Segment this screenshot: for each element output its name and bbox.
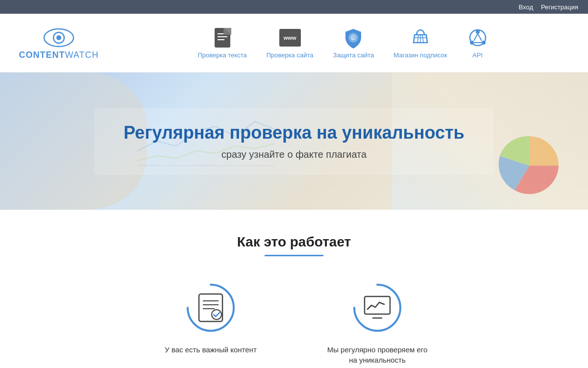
nav-protect-site[interactable]: © Защита сайта: [333, 27, 374, 59]
how-underline: [265, 255, 323, 256]
svg-point-18: [470, 41, 474, 45]
how-title: Как это работает: [10, 234, 578, 250]
svg-text:©: ©: [57, 36, 61, 41]
svg-line-13: [417, 35, 418, 43]
hero-content: Регулярная проверка на уникальность сраз…: [94, 108, 494, 175]
nav-shop[interactable]: Магазин подписок: [393, 27, 447, 59]
hero-banner: Регулярная проверка на уникальность сраз…: [0, 73, 588, 210]
logo-text: CONTENT WATCH: [19, 50, 99, 60]
hero-title: Регулярная проверка на уникальность: [123, 123, 465, 143]
svg-point-19: [482, 41, 486, 45]
svg-line-20: [474, 34, 478, 41]
nav-check-site[interactable]: www Проверка сайта: [267, 27, 314, 59]
svg-point-17: [476, 30, 480, 34]
top-bar: Вход Регистрация: [0, 0, 588, 14]
how-icon-check-wrap: [350, 281, 404, 335]
nav-check-text[interactable]: Проверка текста: [197, 27, 246, 59]
check-text-icon: [212, 27, 233, 49]
how-icon-content-wrap: [184, 281, 238, 335]
hero-pie: [485, 126, 573, 205]
main-nav: Проверка текста www Проверка сайта © Защ…: [108, 27, 578, 59]
how-items: У вас есть важный контент: [10, 281, 578, 365]
nav-api-label: API: [472, 51, 483, 59]
how-item-check: Мы регулярно проверяем егона уникальност…: [323, 281, 431, 365]
svg-text:©: ©: [351, 34, 356, 42]
logo-watch: WATCH: [65, 50, 99, 60]
nav-check-text-label: Проверка текста: [197, 51, 246, 59]
login-link[interactable]: Вход: [519, 3, 533, 11]
check-site-icon: www: [279, 27, 301, 49]
header: © CONTENT WATCH Проверка текста: [0, 14, 588, 73]
content-icon: [194, 291, 228, 325]
nav-api[interactable]: API: [467, 27, 489, 59]
how-label-content: У вас есть важный контент: [165, 344, 257, 355]
nav-check-site-label: Проверка сайта: [267, 51, 314, 59]
how-section: Как это работает: [0, 210, 588, 368]
logo[interactable]: © CONTENT WATCH: [10, 25, 108, 60]
how-item-content: У вас есть важный контент: [157, 281, 265, 355]
svg-line-15: [422, 35, 423, 43]
svg-line-21: [478, 34, 482, 41]
hero-subtitle: сразу узнайте о факте плагиата: [123, 149, 465, 160]
logo-icon: ©: [42, 25, 76, 50]
register-link[interactable]: Регистрация: [541, 3, 578, 11]
check-icon: [360, 291, 394, 325]
api-icon: [467, 27, 489, 49]
shop-icon: [410, 27, 431, 49]
nav-shop-label: Магазин подписок: [393, 51, 447, 59]
nav-protect-site-label: Защита сайта: [333, 51, 374, 59]
how-label-check: Мы регулярно проверяем егона уникальност…: [327, 344, 428, 365]
logo-content: CONTENT: [19, 50, 65, 60]
protect-site-icon: ©: [343, 27, 364, 49]
